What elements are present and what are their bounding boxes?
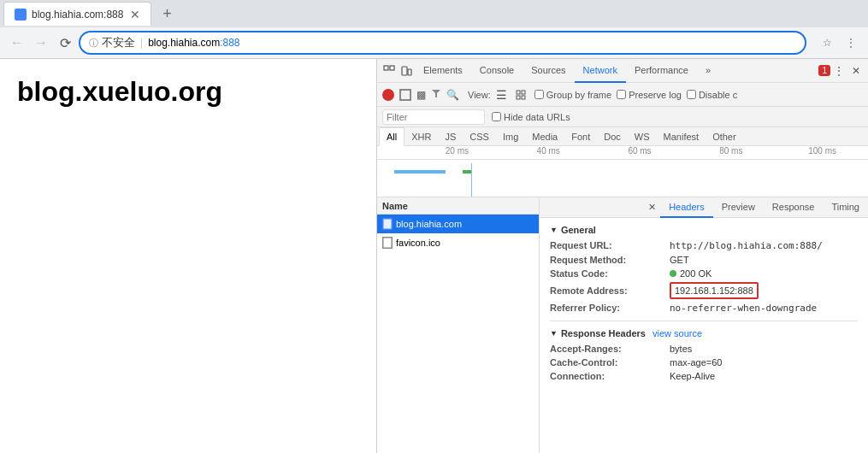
ruler-label-2: 40 ms (503, 146, 594, 159)
devtools-tab-console[interactable]: Console (471, 59, 523, 83)
view-source-link[interactable]: view source (652, 328, 702, 338)
svg-rect-8 (522, 96, 525, 99)
field-request-method: Request Method: GET (550, 255, 858, 265)
devtools-tab-network[interactable]: Network (575, 59, 626, 83)
preserve-log-checkbox[interactable]: Preserve log (617, 90, 682, 100)
field-name-remote-address: Remote Address: (550, 285, 670, 296)
res-tab-xhr[interactable]: XHR (404, 127, 438, 146)
devtools-more-button[interactable]: ⋮ (830, 62, 847, 79)
devtools-panel: Elements Console Sources Network Perform… (376, 59, 868, 453)
field-connection: Connection: Keep-Alive (550, 371, 858, 381)
field-value-remote-address: 192.168.1.152:888 (670, 282, 759, 299)
new-tab-button[interactable]: + (155, 2, 179, 26)
main-content: blog.xueluo.org Elements Console Sources… (0, 59, 868, 453)
res-tab-font[interactable]: Font (564, 127, 597, 146)
res-tab-manifest[interactable]: Manifest (657, 127, 706, 146)
request-list-header: Name (377, 197, 539, 215)
field-name-cache-control: Cache-Control: (550, 357, 670, 368)
address-domain: blog.hiahia.com (148, 37, 220, 49)
security-icon: ⓘ (89, 37, 98, 50)
field-name-connection: Connection: (550, 371, 670, 381)
page-title: blog.xueluo.org (17, 76, 359, 108)
res-tab-doc[interactable]: Doc (597, 127, 628, 146)
network-toolbar: ▩ 🔍 View: ☰ Group by frame Preserve log … (377, 83, 868, 107)
stop-button[interactable] (399, 89, 411, 101)
filter-input[interactable] (382, 109, 485, 125)
timeline-bar-1 (394, 170, 446, 174)
detail-tabs: ✕ Headers Preview Response Timing (540, 197, 868, 218)
res-tab-img[interactable]: Img (496, 127, 525, 146)
field-name-status-code: Status Code: (550, 268, 670, 279)
res-tab-all[interactable]: All (379, 127, 404, 146)
field-name-request-method: Request Method: (550, 255, 670, 265)
bookmark-button[interactable]: ☆ (817, 32, 837, 53)
menu-button[interactable]: ⋮ (841, 32, 861, 53)
field-cache-control: Cache-Control: max-age=60 (550, 357, 858, 368)
res-tab-css[interactable]: CSS (463, 127, 496, 146)
field-name-request-url: Request URL: (550, 240, 670, 251)
field-accept-ranges: Accept-Ranges: bytes (550, 344, 858, 354)
svg-rect-5 (517, 91, 520, 94)
ruler-label-3: 60 ms (594, 146, 686, 159)
devtools-close-button[interactable]: ✕ (847, 62, 865, 79)
forward-button[interactable]: → (31, 32, 51, 53)
svg-rect-9 (383, 219, 392, 229)
search-icon[interactable]: 🔍 (446, 89, 459, 101)
view-label: View: (468, 90, 491, 100)
browser-tab[interactable]: blog.hiahia.com:888 ✕ (3, 2, 151, 26)
request-list: Name blog.hiahia.com favicon.ico (377, 197, 540, 453)
detail-tab-headers[interactable]: Headers (660, 197, 713, 218)
response-headers-section-header: Response Headers view source (550, 328, 858, 338)
response-headers-section-title: Response Headers (550, 328, 646, 338)
timeline-ruler: 20 ms 40 ms 60 ms 80 ms 100 ms (377, 146, 868, 160)
res-tab-ws[interactable]: WS (628, 127, 657, 146)
status-dot (670, 270, 676, 277)
general-section-title: General (550, 225, 858, 235)
disable-cache-checkbox[interactable]: Disable c (687, 90, 737, 100)
timeline-bars (377, 163, 868, 197)
detail-close-button[interactable]: ✕ (643, 197, 660, 218)
filter-icon[interactable] (431, 88, 441, 101)
res-tab-js[interactable]: JS (438, 127, 463, 146)
devtools-tab-sources[interactable]: Sources (523, 59, 574, 83)
svg-rect-1 (390, 66, 394, 70)
request-name-blog: blog.hiahia.com (396, 219, 462, 229)
address-security-label: 不安全 (102, 35, 135, 50)
res-tab-media[interactable]: Media (525, 127, 564, 146)
screenshot-icon[interactable]: ▩ (416, 89, 426, 101)
detail-content: General Request URL: http://blog.hiahia.… (540, 218, 868, 391)
svg-rect-7 (517, 96, 520, 99)
tab-close-button[interactable]: ✕ (130, 8, 140, 21)
field-name-referrer-policy: Referrer Policy: (550, 303, 670, 314)
detail-tab-preview[interactable]: Preview (713, 197, 764, 218)
field-value-status-code: 200 OK (670, 268, 712, 279)
view-grid-icon[interactable] (512, 86, 529, 103)
devtools-select-icon[interactable] (381, 62, 398, 79)
tab-favicon (15, 9, 27, 21)
back-button[interactable]: ← (7, 32, 27, 53)
devtools-responsive-icon[interactable] (398, 62, 415, 79)
detail-tab-timing[interactable]: Timing (823, 197, 868, 218)
page-content: blog.xueluo.org (0, 59, 376, 453)
devtools-tab-elements[interactable]: Elements (415, 59, 471, 83)
refresh-button[interactable]: ⟳ (55, 32, 75, 53)
devtools-tab-performance[interactable]: Performance (626, 59, 697, 83)
res-tab-other[interactable]: Other (706, 127, 743, 146)
request-item-favicon[interactable]: favicon.ico (377, 233, 539, 252)
svg-rect-3 (408, 69, 411, 75)
field-remote-address: Remote Address: 192.168.1.152:888 (550, 282, 858, 299)
field-value-cache-control: max-age=60 (670, 357, 722, 368)
timeline-vline (471, 163, 472, 197)
svg-rect-6 (522, 91, 525, 94)
view-list-icon[interactable]: ☰ (496, 88, 507, 102)
devtools-tab-more[interactable]: » (697, 59, 719, 83)
svg-marker-4 (432, 90, 440, 97)
address-bar[interactable]: ⓘ 不安全 | blog.hiahia.com:888 (79, 31, 806, 55)
request-item-blog[interactable]: blog.hiahia.com (377, 215, 539, 233)
detail-tab-response[interactable]: Response (764, 197, 824, 218)
record-button[interactable] (382, 89, 394, 101)
group-by-frame-checkbox[interactable]: Group by frame (534, 90, 611, 100)
tab-bar: blog.hiahia.com:888 ✕ + (0, 0, 868, 27)
hide-data-urls-checkbox[interactable]: Hide data URLs (492, 112, 570, 122)
field-value-request-method: GET (670, 255, 689, 265)
